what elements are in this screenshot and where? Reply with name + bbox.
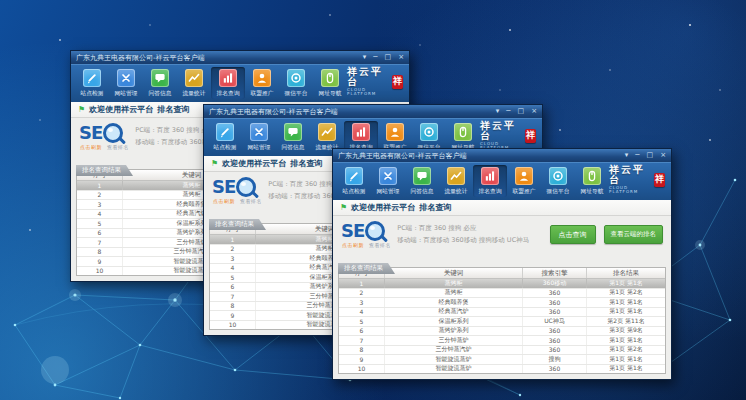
title-bar[interactable]: 广东九典王电器有限公司-祥云平台客户端 ▾ ─ □ × bbox=[204, 105, 542, 118]
toolbar-item-tools[interactable]: 网站管理 bbox=[371, 165, 405, 197]
bar-chart-icon bbox=[352, 123, 370, 141]
close-button[interactable]: × bbox=[398, 51, 404, 64]
toolbar-item-label: 流量统计 bbox=[183, 89, 206, 98]
table-cell: 10 bbox=[77, 267, 123, 276]
maximize-button[interactable]: □ bbox=[518, 105, 525, 118]
table-cell: 10 bbox=[339, 365, 385, 374]
table-row[interactable]: 4经典蒸汽炉360第1页 第1名 bbox=[339, 308, 665, 318]
toolbar-item-label: 网站管理 bbox=[115, 89, 138, 98]
welcome-bar: ⚑ 欢迎使用祥云平台 排名查询 bbox=[333, 200, 671, 216]
tab-rank-results[interactable]: 排名查询结果 bbox=[338, 263, 395, 274]
toolbar-item-chat[interactable]: 问答信息 bbox=[276, 121, 310, 153]
toolbar-item-label: 站点检测 bbox=[81, 89, 104, 98]
close-button[interactable]: × bbox=[531, 105, 537, 118]
cloud-rank-button[interactable]: 查看云端的排名 bbox=[604, 225, 664, 244]
toolbar-item-people[interactable]: 联盟推广 bbox=[245, 67, 279, 99]
toolbar-item-tools[interactable]: 网站管理 bbox=[109, 67, 143, 99]
bar-chart-icon bbox=[481, 167, 499, 185]
query-button[interactable]: 点击查询 bbox=[550, 225, 596, 244]
table-cell: 三分钟蒸炉 bbox=[385, 336, 523, 345]
table-row[interactable]: 8三分钟蒸汽炉360第1页 第2名 bbox=[339, 346, 665, 356]
toolbar-item-people[interactable]: 联盟推广 bbox=[507, 165, 541, 197]
toolbar-items: 站点检测网站管理问答信息流量统计排名查询联盟推广微信平台网址导航 bbox=[337, 165, 609, 197]
table-row[interactable]: 9智能旋流蒸炉搜狗第1页 第1名 bbox=[339, 355, 665, 365]
minimize-button[interactable]: ─ bbox=[635, 149, 639, 162]
toolbar-item-target[interactable]: 微信平台 bbox=[279, 67, 313, 99]
table-cell: 经典颐养煲 bbox=[385, 298, 523, 307]
table-row[interactable]: 1蒸烤柜360移动第1页 第1名 bbox=[339, 279, 665, 289]
toolbar-item-pencil[interactable]: 站点检测 bbox=[208, 121, 242, 153]
skin-button[interactable]: ▾ bbox=[625, 149, 629, 162]
table-cell: 6 bbox=[77, 229, 123, 238]
window-title: 广东九典王电器有限公司-祥云平台客户端 bbox=[76, 53, 205, 63]
brand-badge-icon: 祥 bbox=[525, 129, 536, 143]
table-row[interactable]: 6蒸烤炉系列360第3页 第9名 bbox=[339, 327, 665, 337]
maximize-button[interactable]: □ bbox=[647, 149, 654, 162]
toolbar-item-bar-chart[interactable]: 排名查询 bbox=[473, 165, 507, 197]
tab-rank-results[interactable]: 排名查询结果 bbox=[209, 219, 266, 230]
tools-icon bbox=[117, 69, 135, 87]
toolbar-item-label: 问答信息 bbox=[411, 187, 434, 196]
table-cell: 3 bbox=[210, 254, 256, 263]
toolbar-item-label: 流量统计 bbox=[445, 187, 468, 196]
table-cell: UC神马 bbox=[523, 317, 587, 326]
toolbar-item-tools[interactable]: 网站管理 bbox=[242, 121, 276, 153]
close-button[interactable]: × bbox=[660, 149, 666, 162]
toolbar-item-target[interactable]: 微信平台 bbox=[541, 165, 575, 197]
table-cell: 9 bbox=[210, 311, 256, 320]
title-bar[interactable]: 广东九典王电器有限公司-祥云平台客户端 ▾ ─ □ × bbox=[333, 149, 671, 162]
toolbar-item-chat[interactable]: 问答信息 bbox=[405, 165, 439, 197]
tab-rank-results[interactable]: 排名查询结果 bbox=[76, 165, 133, 176]
toolbar-item-label: 联盟推广 bbox=[513, 187, 536, 196]
section-title: 排名查询 bbox=[419, 202, 451, 213]
toolbar-item-chat[interactable]: 问答信息 bbox=[143, 67, 177, 99]
minimize-button[interactable]: ─ bbox=[506, 105, 510, 118]
skin-button[interactable]: ▾ bbox=[363, 51, 367, 64]
table-cell: 智能旋流蒸炉 bbox=[385, 355, 523, 364]
maximize-button[interactable]: □ bbox=[385, 51, 392, 64]
pencil-icon bbox=[345, 167, 363, 185]
table-row[interactable]: 5保温柜系列UC神马第2页 第11名 bbox=[339, 317, 665, 327]
toolbar-item-mouse[interactable]: 网址导航 bbox=[575, 165, 609, 197]
toolbar-items: 站点检测网站管理问答信息流量统计排名查询联盟推广微信平台网址导航 bbox=[75, 67, 347, 99]
toolbar-item-bar-chart[interactable]: 排名查询 bbox=[211, 67, 245, 99]
mouse-icon bbox=[454, 123, 472, 141]
engine-list: PC端：百度 360 搜狗 必应 移动端：百度移动 360移动 搜狗移动 UC神… bbox=[397, 223, 529, 245]
window-controls: ▾ ─ □ × bbox=[625, 149, 666, 162]
tagline-orange: 点击刷新 bbox=[80, 144, 102, 150]
table-cell: 360 bbox=[523, 298, 587, 307]
section-title: 排名查询 bbox=[290, 158, 322, 169]
title-bar[interactable]: 广东九典王电器有限公司-祥云平台客户端 ▾ ─ □ × bbox=[71, 51, 409, 64]
table-cell: 360 bbox=[523, 327, 587, 336]
tools-icon bbox=[379, 167, 397, 185]
skin-button[interactable]: ▾ bbox=[496, 105, 500, 118]
minimize-button[interactable]: ─ bbox=[373, 51, 377, 64]
table-cell: 蒸烤柜 bbox=[385, 289, 523, 298]
table-cell: 3 bbox=[77, 200, 123, 209]
table-row[interactable]: 10智能旋流蒸炉360第1页 第1名 bbox=[339, 365, 665, 374]
table-row[interactable]: 3经典颐养煲360第1页 第1名 bbox=[339, 298, 665, 308]
seo-tagline: 点击刷新 查看排名 bbox=[213, 198, 262, 204]
line-chart-icon bbox=[318, 123, 336, 141]
chat-icon bbox=[151, 69, 169, 87]
toolbar-item-pencil[interactable]: 站点检测 bbox=[337, 165, 371, 197]
toolbar-item-mouse[interactable]: 网址导航 bbox=[313, 67, 347, 99]
table-cell: 360 bbox=[523, 289, 587, 298]
section-title: 排名查询 bbox=[157, 104, 189, 115]
table-cell: 360 bbox=[523, 308, 587, 317]
toolbar-item-label: 网址导航 bbox=[319, 89, 342, 98]
toolbar-item-pencil[interactable]: 站点检测 bbox=[75, 67, 109, 99]
table-cell: 第1页 第1名 bbox=[587, 355, 665, 364]
engine-line-mobile: 移动端：百度移动 360移动 搜狗移动 UC神马 bbox=[397, 235, 529, 246]
table-cell: 3 bbox=[339, 298, 385, 307]
welcome-text: 欢迎使用祥云平台 bbox=[89, 104, 153, 115]
toolbar-item-label: 网站管理 bbox=[377, 187, 400, 196]
table-body: 1蒸烤柜360移动第1页 第1名2蒸烤柜360第1页 第2名3经典颐养煲360第… bbox=[339, 279, 665, 373]
table-row[interactable]: 2蒸烤柜360第1页 第2名 bbox=[339, 289, 665, 299]
table-cell: 7 bbox=[77, 238, 123, 247]
toolbar-item-line-chart[interactable]: 流量统计 bbox=[177, 67, 211, 99]
toolbar-item-line-chart[interactable]: 流量统计 bbox=[439, 165, 473, 197]
table-cell: 第1页 第1名 bbox=[587, 308, 665, 317]
brand-subtitle: CLOUD PLATFORM bbox=[609, 186, 651, 194]
table-row[interactable]: 7三分钟蒸炉360第1页 第1名 bbox=[339, 336, 665, 346]
